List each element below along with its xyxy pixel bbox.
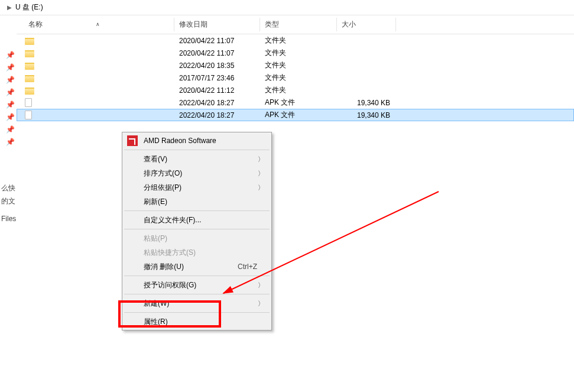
- col-divider[interactable]: [174, 18, 174, 31]
- col-divider[interactable]: [336, 18, 337, 31]
- folder-icon: [25, 38, 34, 45]
- menu-separator: [124, 229, 270, 229]
- chevron-right-icon: 〉: [258, 183, 264, 192]
- cell-type: 文件夹: [265, 85, 286, 95]
- column-headers[interactable]: 名称 ∧ 修改日期 类型 大小: [17, 15, 574, 34]
- menu-separator: [124, 312, 270, 313]
- col-divider[interactable]: [395, 18, 396, 31]
- cell-size: 19,340 KB: [343, 99, 390, 107]
- list-item[interactable]: 2022/04/20 18:27 APK 文件 19,340 KB: [17, 109, 574, 121]
- sidebar-truncated-text: 的文: [1, 195, 17, 208]
- pin-icon: 📌: [6, 76, 17, 84]
- menu-sort[interactable]: 排序方式(O) 〉: [124, 166, 270, 180]
- sidebar-truncated-text: Files: [1, 212, 17, 225]
- breadcrumb-label: U 盘 (E:): [15, 2, 43, 12]
- chevron-right-icon: 〉: [258, 299, 264, 308]
- quick-access-strip: 📌 📌 📌 📌 📌 📌 📌 📌 么快 的文 Files: [0, 15, 17, 392]
- menu-separator: [124, 210, 270, 211]
- pin-icon: 📌: [6, 51, 17, 59]
- folder-icon: [25, 75, 34, 82]
- menu-paste-shortcut: 粘贴快捷方式(S): [124, 245, 270, 260]
- list-item[interactable]: 2020/04/22 11:12 文件夹: [17, 84, 574, 96]
- menu-amd-radeon[interactable]: AMD Radeon Software: [124, 134, 270, 148]
- folder-icon: [25, 63, 34, 70]
- cell-date: 2022/04/20 18:27: [179, 111, 234, 119]
- list-item[interactable]: 2020/04/22 11:07 文件夹: [17, 34, 574, 47]
- menu-separator: [124, 150, 270, 150]
- menu-refresh[interactable]: 刷新(E): [124, 195, 270, 209]
- breadcrumb[interactable]: ▶ U 盘 (E:): [0, 0, 574, 15]
- shortcut-label: Ctrl+Z: [238, 263, 257, 271]
- cell-type: 文件夹: [265, 35, 286, 46]
- pin-icon: 📌: [6, 113, 17, 121]
- cell-date: 2017/07/17 23:46: [179, 74, 234, 82]
- col-header-date[interactable]: 修改日期: [179, 20, 207, 30]
- menu-separator: [124, 276, 270, 276]
- file-icon: [25, 111, 32, 119]
- cell-type: APK 文件: [265, 98, 295, 108]
- list-item[interactable]: 2020/04/22 11:07 文件夹: [17, 47, 574, 59]
- menu-undo-delete[interactable]: 撤消 删除(U) Ctrl+Z: [124, 260, 270, 274]
- cell-date: 2020/04/22 11:07: [179, 49, 234, 57]
- col-divider[interactable]: [260, 18, 260, 31]
- chevron-right-icon: ▶: [7, 4, 12, 11]
- menu-group[interactable]: 分组依据(P) 〉: [124, 180, 270, 195]
- file-icon: [25, 98, 32, 107]
- list-item[interactable]: 2022/04/20 18:27 APK 文件 19,340 KB: [17, 96, 574, 109]
- pin-icon: 📌: [6, 101, 17, 109]
- list-item[interactable]: 2017/07/17 23:46 文件夹: [17, 72, 574, 84]
- menu-customize-folder[interactable]: 自定义文件夹(F)...: [124, 213, 270, 227]
- menu-grant-access[interactable]: 授予访问权限(G) 〉: [124, 278, 270, 292]
- pin-icon: 📌: [6, 63, 17, 72]
- cell-type: 文件夹: [265, 73, 286, 83]
- cell-date: 2020/04/22 11:07: [179, 37, 234, 45]
- folder-icon: [25, 88, 34, 95]
- amd-icon: [127, 135, 138, 146]
- cell-date: 2020/04/22 11:12: [179, 86, 234, 95]
- sidebar-truncated-text: 么快: [1, 182, 17, 195]
- cell-date: 2022/04/20 18:27: [179, 99, 234, 107]
- sort-indicator-icon: ∧: [96, 21, 100, 27]
- menu-paste: 粘贴(P): [124, 231, 270, 245]
- pin-icon: 📌: [6, 125, 17, 134]
- menu-view[interactable]: 查看(V) 〉: [124, 152, 270, 166]
- chevron-right-icon: 〉: [258, 169, 264, 178]
- cell-type: APK 文件: [265, 110, 295, 120]
- context-menu: AMD Radeon Software 查看(V) 〉 排序方式(O) 〉 分组…: [122, 132, 272, 331]
- folder-icon: [25, 50, 34, 57]
- cell-date: 2022/04/20 18:35: [179, 61, 234, 70]
- file-list[interactable]: 2020/04/22 11:07 文件夹 2020/04/22 11:07 文件…: [17, 34, 574, 121]
- cell-type: 文件夹: [265, 60, 286, 70]
- chevron-right-icon: 〉: [258, 281, 264, 290]
- menu-separator: [124, 294, 270, 294]
- cell-type: 文件夹: [265, 48, 286, 58]
- col-header-name[interactable]: 名称: [28, 20, 43, 30]
- chevron-right-icon: 〉: [258, 155, 264, 164]
- menu-properties[interactable]: 属性(R): [124, 315, 270, 329]
- col-header-size[interactable]: 大小: [342, 20, 356, 30]
- pin-icon: 📌: [6, 138, 17, 146]
- cell-size: 19,340 KB: [343, 111, 390, 119]
- col-header-type[interactable]: 类型: [265, 20, 279, 30]
- pin-icon: 📌: [6, 88, 17, 96]
- list-item[interactable]: 2022/04/20 18:35 文件夹: [17, 59, 574, 72]
- menu-new[interactable]: 新建(W) 〉: [124, 296, 270, 310]
